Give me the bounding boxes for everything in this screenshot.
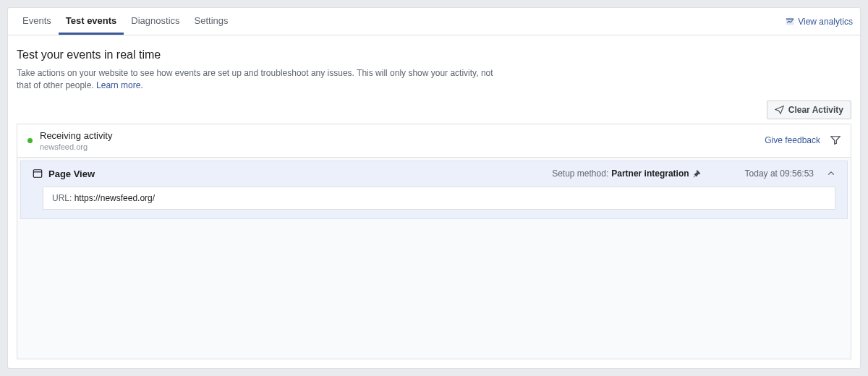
event-name: Page View [48,168,95,179]
tabs: Events Test events Diagnostics Settings [15,8,786,35]
toolbar: Clear Activity [17,101,851,119]
setup-method-label: Setup method: [552,168,608,179]
event-row[interactable]: Page View Setup method: Partner integrat… [21,161,847,187]
setup-method-value: Partner integration [611,168,689,179]
tabs-row: Events Test events Diagnostics Settings … [8,8,860,35]
chevron-up-icon[interactable] [827,169,835,178]
status-indicator-icon [27,138,33,143]
page-description-text: Take actions on your website to see how … [17,68,493,90]
learn-more-link[interactable]: Learn more. [96,80,143,90]
page-description: Take actions on your website to see how … [17,67,501,92]
event-timestamp: Today at 09:56:53 [745,168,814,179]
activity-panel: Receiving activity newsfeed.org Give fee… [17,124,851,359]
event-detail: URL: https://newsfeed.org/ [43,187,835,210]
tab-events[interactable]: Events [15,8,59,35]
tab-settings[interactable]: Settings [187,8,236,35]
tab-test-events[interactable]: Test events [59,8,124,35]
tab-diagnostics[interactable]: Diagnostics [124,8,187,35]
svg-rect-0 [33,170,41,178]
events-manager-page: Events Test events Diagnostics Settings … [7,7,861,369]
clear-activity-button[interactable]: Clear Activity [767,101,851,119]
url-label: URL: [52,193,72,203]
give-feedback-link[interactable]: Give feedback [765,135,820,145]
view-analytics-label: View analytics [798,17,853,27]
clear-activity-label: Clear Activity [788,105,843,115]
status-block: Receiving activity newsfeed.org [40,130,112,151]
analytics-icon [786,17,794,26]
integration-icon [692,169,702,179]
activity-panel-header: Receiving activity newsfeed.org Give fee… [17,124,851,158]
status-text: Receiving activity [40,130,112,141]
filter-icon[interactable] [830,135,841,145]
page-icon [33,168,43,179]
status-domain: newsfeed.org [40,142,112,151]
page-title: Test your events in real time [17,48,851,61]
url-value: https://newsfeed.org/ [75,193,155,203]
content: Test your events in real time Take actio… [8,35,860,368]
view-analytics-link[interactable]: View analytics [786,17,853,27]
event-card: Page View Setup method: Partner integrat… [20,161,848,219]
send-icon [775,105,784,114]
